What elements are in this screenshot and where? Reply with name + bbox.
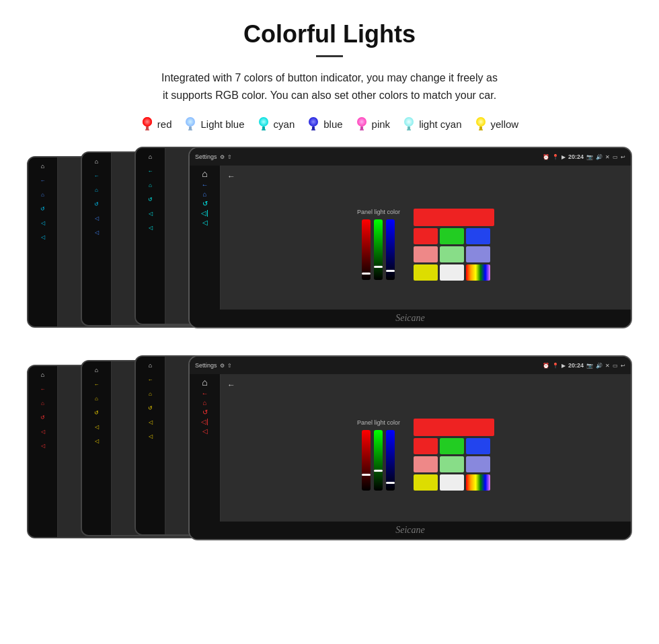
page-title: Colorful Lights [27, 20, 632, 48]
status-bar-bottom: Settings ⚙ ⇧ ⏰ 📍 ▶ 20:24 📷 🔊 ✕ ▭ ↩ [190, 357, 631, 374]
bulb-icon-yellow [474, 116, 488, 132]
settings-area-top: ← Panel light color [221, 166, 631, 310]
color-label-cyan: cyan [274, 118, 295, 130]
color-item-pink: pink [355, 116, 391, 132]
color-indicators-row: red Light blue cyan [27, 116, 632, 132]
main-device-top: Settings ⚙ ⇧ ⏰ 📍 ▶ 20:24 📷 🔊 ✕ ▭ ↩ [188, 147, 632, 328]
color-label-blue: blue [323, 118, 342, 130]
svg-point-14 [357, 117, 366, 127]
color-panel-top: Panel light color [221, 186, 631, 310]
color-item-cyan: cyan [257, 116, 295, 132]
main-content-bottom: ⌂ ← ⌂ ↺ ◁| ◁ ← P [190, 374, 631, 522]
bulb-icon-red [141, 116, 154, 132]
color-item-lightblue: Light blue [184, 116, 244, 132]
main-content-top: ⌂ ← ⌂ ↺ ◁| ◁ ← P [190, 166, 631, 310]
svg-point-2 [143, 117, 152, 127]
svg-point-8 [259, 117, 268, 127]
color-palette-bottom [414, 419, 494, 491]
time-top: 20:24 [568, 153, 584, 160]
page-description: Integrated with 7 colors of button indic… [27, 69, 632, 104]
watermark-bottom: Seicane [190, 522, 631, 539]
device-sidebar-top: ⌂ ← ⌂ ↺ ◁| ◁ [190, 166, 221, 310]
settings-area-bottom: ← Panel light color [221, 374, 631, 522]
svg-point-5 [186, 117, 195, 127]
title-divider [316, 55, 343, 57]
color-label-red: red [157, 118, 172, 130]
svg-point-11 [309, 117, 318, 127]
svg-point-17 [404, 117, 414, 127]
color-item-blue: blue [307, 116, 342, 132]
main-device-bottom: Settings ⚙ ⇧ ⏰ 📍 ▶ 20:24 📷 🔊 ✕ ▭ ↩ [188, 355, 632, 540]
color-label-yellow: yellow [491, 118, 519, 130]
panel-label-bottom: Panel light color [357, 419, 400, 426]
color-item-yellow: yellow [474, 116, 519, 132]
panel-label-top: Panel light color [357, 209, 400, 215]
device-sidebar-bottom: ⌂ ← ⌂ ↺ ◁| ◁ [190, 374, 221, 522]
bulb-icon-pink [355, 116, 369, 132]
bulb-icon-cyan [257, 116, 270, 132]
bulb-icon-lightcyan [402, 116, 416, 132]
svg-point-20 [476, 117, 486, 127]
color-label-lightblue: Light blue [200, 118, 244, 130]
settings-label-bottom: Settings [195, 362, 217, 369]
bottom-device-group: ⌂ ← ⌂ ↺ ◁ ◁ ⌂ ← ⌂ ↺ ◁ ◁ ⌂ [27, 355, 632, 554]
color-label-pink: pink [372, 118, 391, 130]
bulb-icon-lightblue [184, 116, 197, 132]
color-panel-bottom: Panel light color [221, 394, 631, 522]
bulb-icon-blue [307, 116, 320, 132]
watermark-top: Seicane [190, 310, 631, 327]
page-container: Colorful Lights Integrated with 7 colors… [0, 0, 659, 574]
time-bottom: 20:24 [568, 362, 584, 369]
color-label-lightcyan: light cyan [419, 118, 461, 130]
color-item-red: red [141, 116, 172, 132]
color-item-lightcyan: light cyan [402, 116, 461, 132]
settings-label-top: Settings [195, 153, 217, 160]
top-device-group: ⌂ ← ⌂ ↺ ◁ ◁ ⌂ ← ⌂ ↺ ◁ ◁ ⌂ [27, 147, 632, 342]
color-palette-top [414, 209, 494, 281]
status-bar-top: Settings ⚙ ⇧ ⏰ 📍 ▶ 20:24 📷 🔊 ✕ ▭ ↩ [190, 148, 631, 166]
